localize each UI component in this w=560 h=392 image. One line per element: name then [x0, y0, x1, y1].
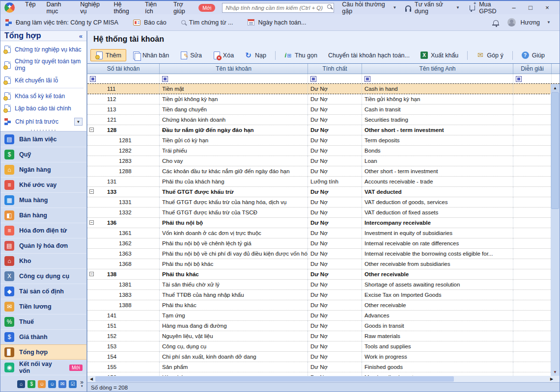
table-row[interactable]: 1331Thuế GTGT được khấu trừ của hàng hóa… [87, 197, 560, 208]
table-row[interactable]: 141Tạm ứngDư NợAdvances [87, 311, 560, 321]
menu-item[interactable]: Danh mục [41, 0, 75, 17]
sidebar-item[interactable]: Kết chuyển lãi lỗ [0, 74, 86, 86]
collapse-expander-icon[interactable]: − [89, 272, 94, 276]
module-item[interactable]: ▦Mua hàng [0, 192, 86, 208]
table-row[interactable]: 112Tiền gửi không kỳ hạnDư NợTiền gửi kh… [87, 94, 560, 105]
module-item[interactable]: ◆Tài sản cố định [0, 284, 86, 299]
menu-item[interactable]: Tệp [20, 0, 41, 17]
table-row[interactable]: 1288Các khoản đầu tư khác nắm giữ đến ng… [87, 166, 560, 177]
scroll-right-arrow[interactable]: ▶ [548, 376, 556, 382]
vertical-scrollbar[interactable]: ▲ ▼ [551, 84, 560, 376]
module-item[interactable]: ▊Tổng hợp [0, 344, 86, 360]
menu-item[interactable]: Tiện ích [140, 0, 168, 17]
horizontal-scrollbar[interactable]: ◀ ▶ [87, 376, 560, 382]
table-row[interactable]: −128Đầu tư nắm giữ đến ngày đáo hạnDư Nợ… [87, 125, 560, 135]
table-row[interactable]: 1281Tiền gửi có kỳ hạnDư NợTerm deposits [87, 135, 560, 146]
module-item[interactable]: ▤Quản lý hóa đơn [0, 238, 86, 253]
column-header[interactable]: Tên tiếng Anh [362, 64, 513, 74]
table-row[interactable]: 1388Phải thu khácDư NợOther receivable [87, 300, 560, 311]
table-row[interactable]: −138Phải thu khácDư NợOther receivable [87, 269, 560, 280]
table-row[interactable]: 1361Vốn kinh doanh ở các đơn vị trực thu… [87, 228, 560, 238]
search-input[interactable] [222, 3, 334, 13]
toolbar-button-delete[interactable]: Xóa [208, 49, 239, 61]
filter-icon[interactable] [90, 76, 96, 82]
module-item[interactable]: ◉Kết nối vay vốnMới [0, 360, 86, 375]
close-button[interactable]: × [539, 2, 556, 13]
horizontal-scroll-thumb[interactable] [95, 376, 454, 382]
user-avatar[interactable] [507, 18, 516, 26]
table-row[interactable]: 1332Thuế GTGT được khấu trừ của TSCĐDư N… [87, 208, 560, 218]
collapse-expander-icon[interactable]: − [89, 220, 94, 225]
collapse-expander-icon[interactable]: − [89, 189, 94, 194]
table-row[interactable]: −133Thuế GTGT được khấu trừDư NợVAT dedu… [87, 187, 560, 197]
module-item[interactable]: ✉Tiền lương [0, 299, 86, 314]
minimize-button[interactable]: – [505, 2, 522, 13]
module-item[interactable]: ▤Bàn làm việc [0, 131, 86, 147]
company-icon[interactable]: ⌂ [17, 380, 25, 388]
toolbar-button-excel[interactable]: Xuất khẩu [416, 49, 463, 61]
sidebar-item[interactable]: Chứng từ nghiệp vụ khác [0, 43, 86, 55]
column-header[interactable]: Số tài khoản [87, 64, 160, 74]
table-row[interactable]: 121Chứng khoán kinh doanhDư NợSecurities… [87, 115, 560, 125]
toolbar-button-collapse[interactable]: Thu gọn [280, 49, 322, 61]
dropdown-button[interactable]: ▼ [74, 118, 83, 126]
table-row[interactable]: 154Chi phí sản xuất, kinh doanh dở dangD… [87, 352, 560, 362]
toolbar-button-none[interactable]: Chuyển tài khoản hạch toán... [323, 50, 415, 61]
module-item[interactable]: ⌂Kho [0, 253, 86, 268]
scroll-down-arrow[interactable]: ▼ [551, 368, 560, 376]
filter-icon[interactable] [364, 76, 370, 82]
module-item[interactable]: ⌂Ngân hàng [0, 162, 86, 177]
sidebar-item[interactable]: Lập báo cáo tài chính [0, 102, 86, 114]
collapse-sidebar-button[interactable]: « [79, 32, 83, 40]
toolbar-button-edit[interactable]: Sửa [175, 49, 207, 61]
panel-resize-grip[interactable] [0, 128, 86, 131]
table-row[interactable]: −136Phải thu nội bộDư NợIntercompany rec… [87, 218, 560, 228]
money-bag-icon[interactable]: $ [28, 380, 35, 388]
column-header[interactable]: Diễn giải [513, 64, 552, 74]
user-name[interactable]: Hương [521, 19, 540, 26]
chevron-down-icon[interactable]: ▼ [392, 5, 396, 10]
table-row[interactable]: 131Phải thu của khách hàngLưỡng tínhAcco… [87, 177, 560, 187]
table-row[interactable]: 1282Trái phiếuDư NợBonds [87, 146, 560, 156]
collapse-expander-icon[interactable]: − [89, 128, 94, 132]
table-row[interactable]: 1362Phải thu nội bộ về chênh lệch tỷ giá… [87, 238, 560, 249]
table-row[interactable]: 1383Thuế TTĐB của hàng nhập khẩuDư NợExc… [87, 290, 560, 300]
mailbox-icon[interactable]: ✉ [58, 380, 66, 388]
column-header[interactable]: Tên tài khoản [160, 64, 308, 74]
overflow-button[interactable]: »▾ [80, 380, 84, 388]
customer-icon[interactable]: ☺ [38, 380, 46, 388]
notifications-bell-icon[interactable] [493, 20, 499, 25]
table-row[interactable]: 155Sản phẩmDư NợFinished goods [87, 362, 560, 372]
sidebar-item[interactable]: Chứng từ quyết toán tạm ứng [0, 55, 86, 74]
buy-license-link[interactable]: Mua GPSD [479, 1, 505, 15]
report-button[interactable]: Báo cáo [133, 19, 167, 26]
toolbar-button-duplicate[interactable]: Nhân bản [127, 49, 174, 61]
support-link[interactable]: Tư vấn sử dụng [415, 1, 452, 15]
table-row[interactable]: 1363Phải thu nội bộ về chi phí đi vay đủ… [87, 249, 560, 259]
table-row[interactable]: 1381Tài sản thiếu chờ xử lýDư NợShortage… [87, 280, 560, 290]
table-row[interactable]: 111Tiền mặtDư NợCash in hand [87, 83, 560, 94]
scroll-left-arrow[interactable]: ◀ [87, 376, 95, 382]
filter-icon[interactable] [310, 76, 316, 82]
table-row[interactable]: 1368Phải thu nội bộ khácDư NợOther recei… [87, 259, 560, 269]
chevron-down-icon[interactable]: ▼ [456, 5, 460, 10]
module-item[interactable]: $Quỹ [0, 147, 86, 162]
table-row[interactable]: 113Tiền đang chuyểnDư NợCash in transit [87, 105, 560, 115]
menu-item[interactable]: Trợ giúp [168, 0, 197, 17]
sidebar-item[interactable]: Khóa sổ kỳ kế toán [0, 90, 86, 102]
module-item[interactable]: ≡Khế ước vay [0, 177, 86, 192]
sidebar-item-chi-phi-tra-truoc[interactable]: Chi phí trả trước ▼ [0, 115, 86, 128]
search-icon[interactable] [327, 4, 332, 9]
filter-icon[interactable] [516, 76, 522, 82]
filter-icon[interactable] [162, 76, 168, 82]
table-row[interactable]: 152Nguyên liệu, vật liệuDư NợRaw materia… [87, 331, 560, 341]
toolbar-button-feedback[interactable]: Góp ý [472, 49, 508, 61]
find-voucher-button[interactable]: Tìm chứng từ ... [181, 19, 233, 26]
toolbar-button-add-doc[interactable]: Thêm [90, 49, 126, 61]
column-header[interactable]: Tính chất [308, 64, 362, 74]
module-item[interactable]: ◧Bán hàng [0, 208, 86, 223]
maximize-button[interactable]: □ [522, 2, 539, 13]
table-row[interactable]: 151Hàng mua đang đi đườngDư NợGoods in t… [87, 321, 560, 331]
module-item[interactable]: XCông cụ dụng cụ [0, 268, 86, 284]
scroll-up-arrow[interactable]: ▲ [551, 84, 560, 92]
